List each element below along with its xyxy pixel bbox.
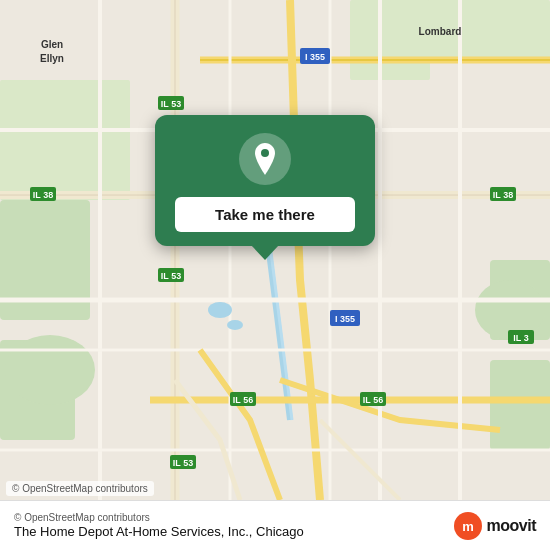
location-popup: Take me there — [155, 115, 375, 246]
take-me-there-button[interactable]: Take me there — [175, 197, 355, 232]
svg-rect-7 — [0, 80, 130, 200]
bottom-bar: © OpenStreetMap contributors The Home De… — [0, 500, 550, 550]
road-label-i355-bottom: I 355 — [335, 314, 355, 324]
bottom-info: © OpenStreetMap contributors The Home De… — [14, 512, 304, 539]
location-icon-circle — [239, 133, 291, 185]
svg-point-5 — [5, 335, 95, 405]
place-label-lombard: Lombard — [419, 26, 462, 37]
road-label-il38-left: IL 38 — [33, 190, 53, 200]
svg-point-38 — [227, 320, 243, 330]
svg-text:Ellyn: Ellyn — [40, 53, 64, 64]
road-label-i355-top: I 355 — [305, 52, 325, 62]
map-container: I 355 IL 38 IL 38 IL 53 IL 53 IL 53 I 35… — [0, 0, 550, 500]
moovit-text: moovit — [487, 517, 536, 535]
road-label-il56-right: IL 56 — [363, 395, 383, 405]
moovit-icon: m — [454, 512, 482, 540]
osm-credit: © OpenStreetMap contributors — [14, 512, 304, 523]
road-label-il56-left: IL 56 — [233, 395, 253, 405]
svg-rect-9 — [350, 0, 430, 80]
svg-point-37 — [208, 302, 232, 318]
place-label-glen-ellyn: Glen — [41, 39, 63, 50]
place-name: The Home Depot At-Home Services, Inc., C… — [14, 524, 304, 539]
svg-text:m: m — [462, 519, 474, 534]
location-pin-icon — [251, 143, 279, 175]
road-label-il53-bottom: IL 53 — [173, 458, 193, 468]
road-label-il53-mid: IL 53 — [161, 271, 181, 281]
svg-point-39 — [261, 149, 269, 157]
svg-rect-4 — [490, 360, 550, 450]
moovit-logo: m moovit — [454, 512, 536, 540]
road-label-il38-right: IL 38 — [493, 190, 513, 200]
road-label-il53-top: IL 53 — [161, 99, 181, 109]
road-label-il3-right: IL 3 — [513, 333, 528, 343]
map-attribution: © OpenStreetMap contributors — [6, 481, 154, 496]
